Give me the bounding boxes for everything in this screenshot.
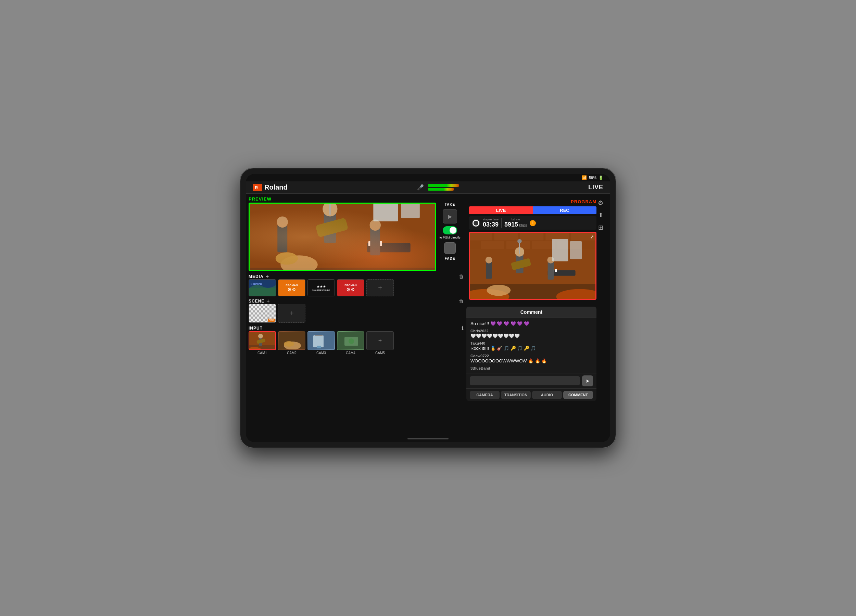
band-scene-bg <box>249 204 435 270</box>
program-video[interactable]: ⤢ <box>469 232 596 300</box>
take-label: TAKE <box>445 203 455 206</box>
scene-delete-button[interactable]: 🗑 <box>459 298 463 304</box>
media-scene-input: MEDIA + 🗑 <box>249 274 463 433</box>
preview-label: PREVIEW <box>249 197 436 201</box>
cam4-svg <box>337 332 364 350</box>
svg-rect-78 <box>570 241 582 259</box>
scene-section-header: SCENE + <box>249 298 270 304</box>
home-bar <box>408 438 448 439</box>
svg-rect-51 <box>470 233 493 240</box>
cam2-label: CAM2 <box>287 351 297 355</box>
scene-thumbnails: PRO + <box>249 304 463 323</box>
toggle-knob <box>450 227 456 234</box>
share-icon[interactable]: ⬆ <box>598 212 603 219</box>
bitrate-info-icon[interactable]: i <box>530 220 536 226</box>
fade-label: FADE <box>445 257 456 260</box>
audio-level-meters <box>428 184 459 190</box>
comment-send-button[interactable]: ➤ <box>582 375 593 386</box>
svg-text:⬡ SHARPIE: ⬡ SHARPIE <box>251 283 262 285</box>
cam2-thumb[interactable] <box>278 331 305 350</box>
expand-icon[interactable]: ⤢ <box>590 234 594 240</box>
cam1-svg <box>249 332 276 350</box>
stats-divider <box>501 218 502 228</box>
media-thumb-1[interactable]: ⬡ SHARPIE <box>249 279 276 296</box>
take-button[interactable]: ▶ <box>443 209 457 223</box>
input-info-button[interactable]: ℹ <box>462 325 463 331</box>
elapse-label: elapse time <box>483 218 499 221</box>
input-header-row: INPUT ℹ <box>249 325 463 331</box>
main-content: PREVIEW <box>246 194 610 435</box>
media-section: MEDIA + 🗑 <box>249 274 463 296</box>
roland-logo: R Roland <box>253 183 288 191</box>
comment-user-3: Cdcw0722 <box>470 354 592 358</box>
cam2-wrapper: CAM2 <box>278 331 305 355</box>
input-thumbnails: CAM1 <box>249 331 463 355</box>
media-add-button[interactable]: + <box>266 274 269 279</box>
fade-button[interactable] <box>444 242 456 254</box>
take-pgm-controls: TAKE ▶ to PGM directly <box>436 197 463 271</box>
cam5-thumb[interactable]: + <box>366 331 394 350</box>
svg-point-69 <box>485 257 493 264</box>
media-delete-button[interactable]: 🗑 <box>459 274 463 279</box>
tab-audio[interactable]: AUDIO <box>532 391 562 399</box>
tab-camera[interactable]: CAMERA <box>470 391 500 399</box>
media-thumb-4[interactable]: PROMAN ⚙⚙ <box>337 279 364 296</box>
bottom-tabs: CAMERA TRANSITION AUDIO COMMENT <box>466 389 596 401</box>
cam2-svg <box>279 332 305 350</box>
comment-user-4: 3BlueBand <box>470 366 592 370</box>
svg-point-49 <box>349 338 354 344</box>
program-video-svg <box>470 233 596 299</box>
svg-rect-46 <box>317 346 321 349</box>
svg-rect-45 <box>315 335 323 336</box>
elapse-value: 03:39 <box>483 221 499 228</box>
grid-icon[interactable]: ⊞ <box>598 224 603 231</box>
comment-input-field[interactable] <box>470 376 580 386</box>
preview-video[interactable] <box>249 203 436 271</box>
media-thumb-2[interactable]: PROMAN ⚙⚙ <box>278 279 305 296</box>
svg-rect-77 <box>552 239 568 261</box>
status-bar-right: 📶 59% 🔋 <box>582 175 603 180</box>
comment-text-2: Rock it!!!! 🏅 🎸 🎵 🔑 🎵 🔑 🎵 <box>470 345 592 352</box>
media-add-thumb[interactable]: + <box>366 279 394 296</box>
rec-tab[interactable]: REC <box>533 206 596 214</box>
tab-comment[interactable]: COMMENT <box>563 391 593 399</box>
bitrate-label: bitrate <box>511 218 520 221</box>
scene-section: SCENE + 🗑 PRO + <box>249 298 463 323</box>
live-rec-tabs: LIVE REC <box>469 206 596 214</box>
side-icons: ⚙ ⬆ ⊞ <box>596 197 605 303</box>
live-tab[interactable]: LIVE <box>469 206 533 214</box>
scene-add-thumb[interactable]: + <box>278 304 305 323</box>
cam4-wrapper: CAM4 <box>337 331 364 355</box>
scene-add-button[interactable]: + <box>266 298 270 304</box>
right-side: PROGRAM LIVE REC elapse time 03:39 <box>466 194 610 435</box>
comment-item-0: So nice!!! 💜 💜 💜 💜 💜 💜 <box>470 321 592 327</box>
status-bar: 📶 59% 🔋 <box>246 174 610 181</box>
level-meter-1 <box>428 184 459 187</box>
right-panel: PROGRAM LIVE REC elapse time 03:39 <box>466 197 596 303</box>
cam4-label: CAM4 <box>346 351 356 355</box>
battery-icon: 🔋 <box>599 175 603 180</box>
media-thumb-3-text: SHARPIESOUNDS <box>312 289 330 291</box>
cam3-thumb[interactable] <box>308 331 335 350</box>
roland-r-badge: R <box>253 184 262 191</box>
comment-text-0: So nice!!! 💜 💜 💜 💜 💜 💜 <box>470 321 592 327</box>
scene-thumb-1[interactable]: PRO <box>249 304 276 323</box>
cam1-thumb[interactable] <box>249 331 276 350</box>
preview-program-area: PREVIEW <box>249 197 463 271</box>
app-header: R Roland 🎤 LIVE <box>246 181 610 194</box>
tab-transition[interactable]: TRANSITION <box>501 391 531 399</box>
cam3-wrapper: CAM3 <box>308 331 335 355</box>
comment-item-2: Taku440 Rock it!!!! 🏅 🎸 🎵 🔑 🎵 🔑 🎵 <box>470 341 592 352</box>
media-header-row: MEDIA + 🗑 <box>249 274 463 279</box>
gear-icon[interactable]: ⚙ <box>598 199 603 207</box>
media-thumb-3[interactable]: ★★★ SHARPIESOUNDS <box>308 279 335 296</box>
to-pgm-toggle[interactable] <box>443 226 457 234</box>
cam4-thumb[interactable] <box>337 331 364 350</box>
cam3-label: CAM3 <box>316 351 326 355</box>
scene-label: SCENE <box>249 299 264 304</box>
input-section: INPUT ℹ <box>249 325 463 355</box>
comment-item-1: Chris2022 🤍🤍🤍🤍🤍🤍🤍🤍🤍 <box>470 329 592 339</box>
cam5-label: CAM5 <box>375 351 385 355</box>
scene-overlay <box>249 204 435 270</box>
media-thumb-4-text: PROMAN <box>345 284 357 287</box>
